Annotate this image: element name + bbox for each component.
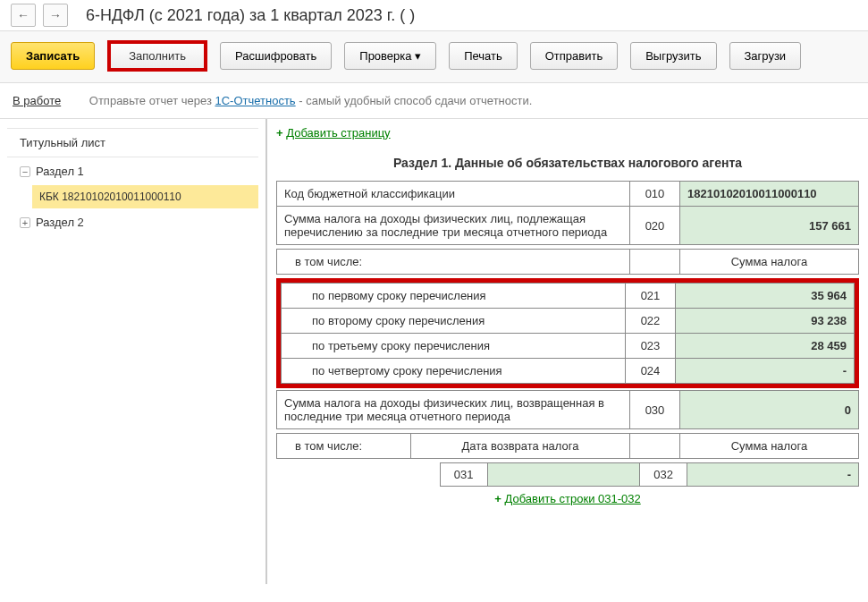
sum-header: Сумма налога — [680, 250, 859, 275]
kbk-value[interactable]: 18210102010011000110 — [680, 182, 859, 207]
returned-code: 030 — [630, 391, 680, 429]
kbk-row: Код бюджетной классификации 010 18210102… — [277, 182, 859, 207]
period-row-3: по третьему сроку перечисления 023 28 45… — [282, 334, 855, 359]
section-title: Раздел 1. Данные об обязательствах налог… — [276, 156, 859, 170]
main-table: Код бюджетной классификации 010 18210102… — [276, 181, 859, 245]
sidebar-title-page[interactable]: Титульный лист — [7, 128, 258, 157]
kbk-code: 010 — [630, 182, 680, 207]
returned-table: Сумма налога на доходы физических лиц, в… — [276, 390, 859, 429]
return-header: в том числе: Дата возврата налога Сумма … — [276, 433, 859, 459]
forward-button[interactable]: → — [43, 4, 68, 27]
write-button[interactable]: Записать — [11, 42, 95, 70]
load-button[interactable]: Загрузи — [729, 42, 802, 70]
send-button[interactable]: Отправить — [530, 42, 618, 70]
reporting-link[interactable]: 1С-Отчетность — [215, 94, 295, 107]
print-button[interactable]: Печать — [449, 42, 518, 70]
sidebar-kbk[interactable]: КБК 18210102010011000110 — [32, 185, 258, 208]
content-area: + Добавить страницу Раздел 1. Данные об … — [266, 119, 868, 584]
sidebar: Титульный лист − Раздел 1 КБК 1821010201… — [0, 119, 266, 584]
fill-button-highlight: Заполнить — [107, 40, 207, 72]
sidebar-section2[interactable]: + Раздел 2 — [7, 208, 258, 236]
work-status[interactable]: В работе — [13, 94, 61, 107]
fill-button[interactable]: Заполнить — [129, 49, 186, 63]
upload-button[interactable]: Выгрузить — [630, 42, 716, 70]
plus-icon: + — [494, 492, 501, 505]
add-page-link[interactable]: + Добавить страницу — [276, 126, 391, 140]
sum-value[interactable]: 157 661 — [680, 207, 859, 245]
plus-icon: + — [276, 126, 283, 140]
period-row-4: по четвертому сроку перечисления 024 - — [282, 359, 855, 384]
periods-highlight: по первому сроку перечисления 021 35 964… — [276, 278, 859, 388]
expand-icon[interactable]: + — [20, 217, 30, 228]
page-title: 6-НДФЛ (с 2021 года) за 1 квартал 2023 г… — [86, 6, 415, 25]
period-row-1: по первому сроку перечисления 021 35 964 — [282, 284, 855, 309]
returned-row: Сумма налога на доходы физических лиц, в… — [277, 391, 859, 429]
collapse-icon[interactable]: − — [20, 166, 30, 177]
rows-031-032: 031 032 - — [440, 462, 859, 487]
info-hint: Отправьте отчет через 1С-Отчетность - са… — [89, 94, 533, 107]
sidebar-section1[interactable]: − Раздел 1 — [7, 157, 258, 185]
add-rows-link[interactable]: + Добавить строки 031-032 — [276, 492, 859, 505]
returned-label: Сумма налога на доходы физических лиц, в… — [277, 391, 630, 429]
including-label: в том числе: — [277, 250, 630, 275]
including-header: в том числе: Сумма налога — [276, 249, 859, 275]
sum-label: Сумма налога на доходы физических лиц, п… — [277, 207, 630, 245]
sum-row: Сумма налога на доходы физических лиц, п… — [277, 207, 859, 245]
decode-button[interactable]: Расшифровать — [220, 42, 332, 70]
kbk-label: Код бюджетной классификации — [277, 182, 630, 207]
period-row-2: по второму сроку перечисления 022 93 238 — [282, 309, 855, 334]
check-button[interactable]: Проверка — [344, 42, 436, 70]
periods-table: по первому сроку перечисления 021 35 964… — [281, 283, 855, 384]
sum-code: 020 — [630, 207, 680, 245]
returned-value[interactable]: 0 — [680, 391, 859, 429]
back-button[interactable]: ← — [11, 4, 36, 27]
